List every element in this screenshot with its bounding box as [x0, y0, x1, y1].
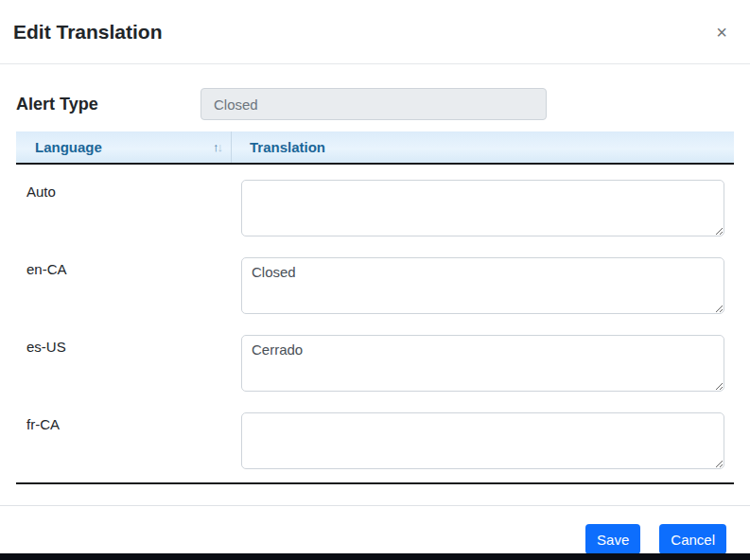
table-row: fr-CA: [16, 412, 734, 473]
language-cell: es-US: [16, 335, 241, 395]
language-cell: Auto: [16, 180, 241, 240]
translation-column-label: Translation: [250, 139, 325, 155]
sort-down-arrow-icon: ↓: [218, 140, 222, 154]
language-column-header[interactable]: Language ↑↓: [16, 131, 232, 163]
cancel-button[interactable]: Cancel: [659, 524, 726, 554]
translations-table: Language ↑↓ Translation Auto en-CA Close…: [16, 131, 734, 484]
edit-translation-modal: Edit Translation × Alert Type Language ↑…: [0, 0, 750, 553]
page-background-bar: [0, 553, 750, 560]
language-cell: fr-CA: [16, 412, 241, 473]
translation-cell: Cerrado: [241, 335, 734, 395]
modal-body: Alert Type Language ↑↓ Translation Auto …: [0, 88, 750, 484]
close-icon[interactable]: ×: [712, 19, 731, 45]
translation-cell: [241, 412, 734, 473]
translation-cell: [241, 180, 734, 240]
translation-textarea[interactable]: [241, 180, 724, 236]
translation-textarea[interactable]: [241, 412, 724, 469]
modal-header: Edit Translation ×: [0, 0, 750, 64]
table-row: en-CA Closed: [16, 257, 734, 318]
translation-cell: Closed: [241, 257, 734, 318]
table-row: Auto: [16, 180, 734, 240]
translation-column-header: Translation: [232, 131, 734, 163]
translation-textarea[interactable]: Cerrado: [241, 335, 724, 392]
language-column-label: Language: [35, 139, 102, 155]
table-header-row: Language ↑↓ Translation: [16, 131, 734, 165]
modal-footer: Save Cancel: [0, 505, 750, 554]
modal-title: Edit Translation: [13, 21, 163, 44]
translation-textarea[interactable]: Closed: [241, 257, 724, 314]
sort-icon: ↑↓: [213, 140, 221, 154]
table-row: es-US Cerrado: [16, 335, 734, 395]
alert-type-row: Alert Type: [16, 88, 734, 120]
alert-type-input: [201, 88, 547, 120]
table-body: Auto en-CA Closed es-US Cerrado fr-CA: [16, 165, 734, 473]
language-cell: en-CA: [16, 257, 241, 318]
save-button[interactable]: Save: [585, 524, 640, 554]
alert-type-label: Alert Type: [16, 95, 201, 114]
